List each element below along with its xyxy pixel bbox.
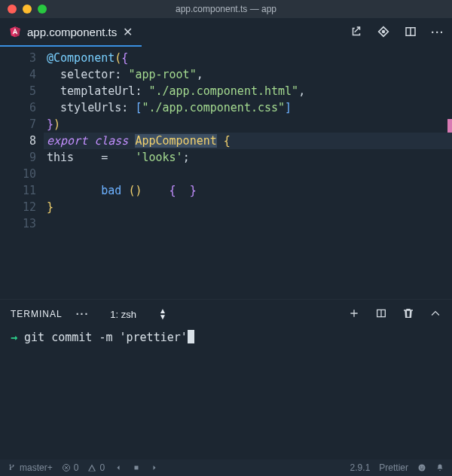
window-zoom-button[interactable] [38,5,47,14]
svg-point-5 [420,466,421,467]
split-terminal-icon[interactable] [375,307,387,322]
notifications-icon[interactable] [435,463,444,472]
svg-point-4 [419,465,426,471]
line-number: 12 [0,199,36,215]
feedback-icon[interactable] [417,463,426,472]
tab-app-component[interactable]: app.component.ts ✕ [0,18,142,47]
maximize-panel-icon[interactable] [429,307,441,322]
line-number: 9 [0,149,36,166]
warning-icon [87,463,96,472]
tab-filename: app.component.ts [27,26,117,38]
code-line[interactable]: styleUrls: ["./app.component.css"] [47,99,452,116]
terminal-body[interactable]: → git commit -m 'prettier' [0,328,452,346]
line-number: 3 [0,50,36,66]
split-editor-icon[interactable] [404,25,417,41]
line-number: 8 [0,133,36,149]
code-line[interactable]: this = 'looks'; [47,149,452,166]
line-number-gutter: 345678910111213 [0,47,47,299]
compare-changes-icon[interactable] [350,25,363,41]
line-number: 7 [0,116,36,133]
line-number: 6 [0,99,36,116]
svg-point-6 [423,466,423,467]
debug-back-icon[interactable] [114,463,123,472]
line-number: 4 [0,66,36,83]
status-bar: master+ 0 0 2.9.1 Prettier [0,459,452,476]
line-number: 10 [0,166,36,182]
errors-status[interactable]: 0 [62,462,79,473]
editor-tabbar: app.component.ts ✕ ··· [0,18,452,47]
kill-terminal-icon[interactable] [402,307,414,322]
minimap-marker [447,119,452,133]
line-number: 5 [0,83,36,99]
prompt-arrow-icon: → [11,331,17,344]
new-terminal-icon[interactable] [348,307,360,322]
line-number: 13 [0,215,36,232]
more-actions-icon[interactable]: ··· [431,26,444,38]
window-titlebar: app.component.ts — app [0,0,452,18]
code-area[interactable]: @Component({ selector: "app-root", templ… [47,47,452,299]
code-line[interactable]: export class AppComponent { [44,133,452,149]
code-line[interactable]: selector: "app-root", [47,66,452,83]
terminal-selector-label: 1: zsh [110,309,136,320]
git-branch-icon [8,463,17,472]
code-line[interactable]: } [47,199,452,215]
terminal-selector[interactable]: 1: zsh ▲▼ [102,307,174,322]
code-line[interactable] [47,215,452,232]
code-line[interactable]: templateUrl: "./app.component.html", [47,83,452,99]
code-line[interactable] [47,166,452,182]
angular-icon [9,26,21,38]
panel-title[interactable]: TERMINAL [11,309,63,319]
code-line[interactable]: }) [47,116,452,133]
git-branch-status[interactable]: master+ [8,462,53,473]
code-line[interactable]: bad () { } [47,182,452,199]
tab-close-icon[interactable]: ✕ [123,25,133,39]
svg-rect-3 [135,466,139,470]
window-title: app.component.ts — app [0,4,452,14]
panel-more-icon[interactable]: ··· [76,308,90,320]
window-close-button[interactable] [8,5,17,14]
source-control-icon[interactable] [377,25,390,41]
terminal-cursor [188,330,194,343]
debug-forward-icon[interactable] [150,463,159,472]
code-editor[interactable]: 345678910111213 @Component({ selector: "… [0,47,452,299]
terminal-panel: TERMINAL ··· 1: zsh ▲▼ → git commit -m '… [0,299,452,459]
prettier-status[interactable]: Prettier [379,462,408,473]
dropdown-arrows-icon: ▲▼ [159,308,166,320]
prettier-version[interactable]: 2.9.1 [350,462,371,473]
window-minimize-button[interactable] [23,5,32,14]
code-line[interactable]: @Component({ [47,50,452,66]
line-number: 11 [0,182,36,199]
terminal-command: git commit -m 'prettier' [24,331,188,344]
error-icon [62,463,71,472]
debug-stop-icon[interactable] [132,463,141,472]
warnings-status[interactable]: 0 [87,462,105,473]
